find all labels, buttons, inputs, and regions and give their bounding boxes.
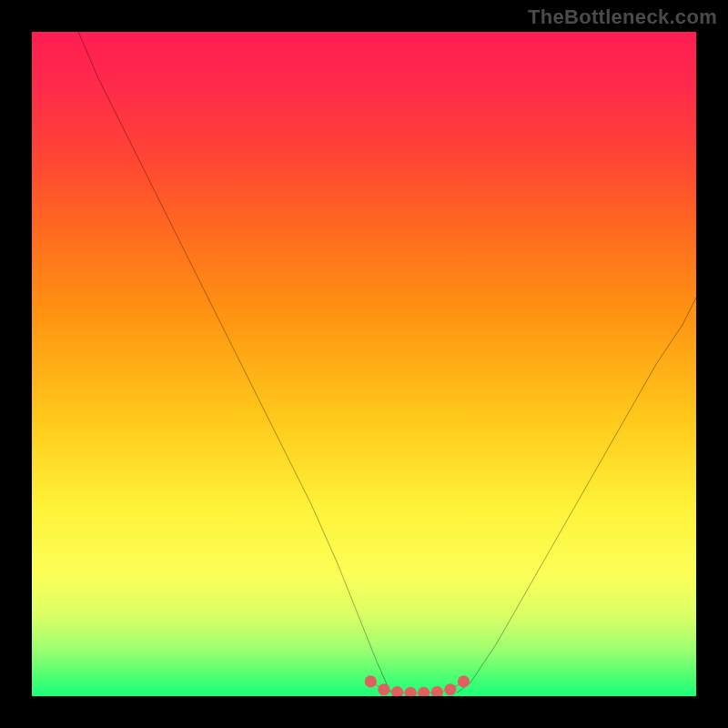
valley-dot bbox=[378, 683, 389, 695]
valley-dot bbox=[365, 675, 377, 687]
chart-frame: TheBottleneck.com bbox=[0, 0, 728, 728]
valley-dot bbox=[458, 675, 470, 687]
curve-layer bbox=[32, 32, 696, 696]
plot-area bbox=[32, 32, 696, 696]
valley-dot bbox=[391, 686, 403, 696]
valley-dot bbox=[431, 686, 443, 696]
left-curve bbox=[78, 32, 390, 693]
right-curve bbox=[457, 298, 696, 693]
valley-dot bbox=[405, 687, 417, 696]
watermark-text: TheBottleneck.com bbox=[528, 5, 717, 29]
valley-dot bbox=[444, 683, 456, 695]
valley-dot bbox=[418, 687, 430, 696]
